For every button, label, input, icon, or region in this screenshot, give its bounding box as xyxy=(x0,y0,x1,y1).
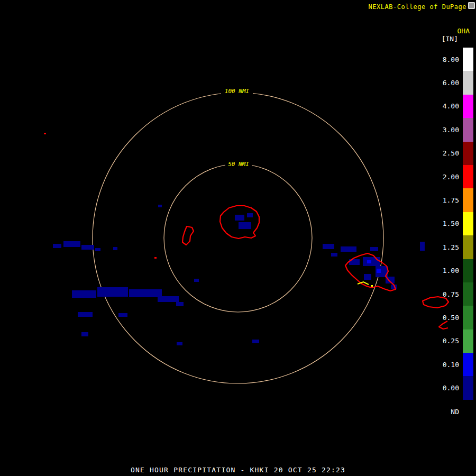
island-outline-small-west xyxy=(182,226,194,245)
island-outline-edge-fragment xyxy=(439,321,448,329)
island-outline-far-east xyxy=(423,297,448,308)
radar-map: 100 NMI 50 NMI xyxy=(0,0,476,476)
product-caption: ONE HOUR PRECIPITATION - KHKI 20 OCT 25 … xyxy=(0,466,476,474)
ring-label-100nmi: 100 NMI xyxy=(225,88,250,95)
red-specks xyxy=(44,133,157,259)
radar-screen: NEXLAB-College of DuPage OHA [IN] 8.006.… xyxy=(0,0,476,476)
precipitation-layer xyxy=(53,205,425,345)
ring-label-50nmi: 50 NMI xyxy=(228,161,249,168)
